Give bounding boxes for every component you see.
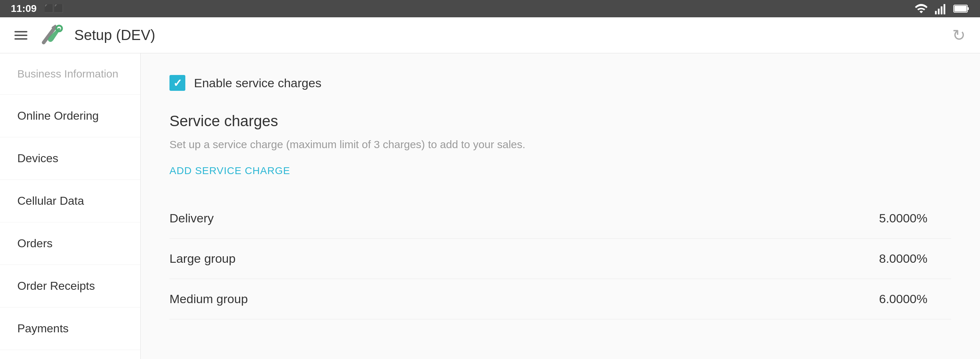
sidebar-item-order-receipts[interactable]: Order Receipts (0, 265, 140, 307)
wifi-icon (915, 2, 928, 16)
enable-service-charges-row: ✓ Enable service charges (169, 75, 951, 91)
charge-name-large-group: Large group (169, 252, 879, 266)
signal-icon (934, 2, 948, 16)
notification-icon: ⬛⬛ (44, 4, 64, 13)
charge-value-large-group: 8.0000% (879, 252, 951, 266)
svg-rect-5 (955, 6, 967, 11)
sidebar-item-business-information: Business Information (0, 53, 140, 95)
charge-row-medium-group: Medium group 6.0000% (169, 279, 951, 319)
service-charges-heading: Service charges (169, 113, 951, 130)
status-time: 11:09 (11, 3, 37, 14)
svg-rect-2 (941, 6, 942, 14)
battery-icon (953, 3, 969, 14)
app-title: Setup (DEV) (74, 27, 155, 43)
status-icons (915, 2, 969, 16)
sidebar-item-devices[interactable]: Devices (0, 137, 140, 180)
enable-service-charges-checkbox[interactable]: ✓ (169, 75, 185, 91)
sidebar-item-payment-receipts[interactable]: Payment Receipts (0, 350, 140, 359)
charge-value-medium-group: 6.0000% (879, 292, 951, 306)
content-area: ✓ Enable service charges Service charges… (141, 53, 980, 359)
service-charges-description: Set up a service charge (maximum limit o… (169, 138, 951, 151)
top-bar: Setup (DEV) ↻ (0, 17, 980, 53)
charge-name-delivery: Delivery (169, 211, 879, 225)
sidebar-item-payments[interactable]: Payments (0, 307, 140, 350)
sidebar: Business Information Online Ordering Dev… (0, 53, 141, 359)
svg-rect-1 (938, 9, 940, 14)
charge-value-delivery: 5.0000% (879, 211, 951, 225)
charge-name-medium-group: Medium group (169, 292, 879, 306)
enable-service-charges-label: Enable service charges (194, 76, 321, 90)
sidebar-item-cellular-data[interactable]: Cellular Data (0, 180, 140, 222)
app-logo-icon (38, 23, 64, 48)
sidebar-item-orders[interactable]: Orders (0, 222, 140, 265)
refresh-button[interactable]: ↻ (952, 26, 966, 44)
svg-rect-6 (967, 7, 969, 10)
svg-rect-0 (935, 11, 937, 14)
add-service-charge-button[interactable]: ADD SERVICE CHARGE (169, 165, 290, 176)
charge-row-large-group: Large group 8.0000% (169, 238, 951, 279)
main-layout: Business Information Online Ordering Dev… (0, 53, 980, 359)
charge-row-delivery: Delivery 5.0000% (169, 198, 951, 238)
charges-list: Delivery 5.0000% Large group 8.0000% Med… (169, 198, 951, 319)
hamburger-menu[interactable] (14, 31, 27, 40)
checkmark-icon: ✓ (173, 77, 182, 89)
status-bar: 11:09 ⬛⬛ (0, 0, 980, 17)
svg-rect-3 (943, 4, 945, 14)
sidebar-item-online-ordering[interactable]: Online Ordering (0, 95, 140, 137)
